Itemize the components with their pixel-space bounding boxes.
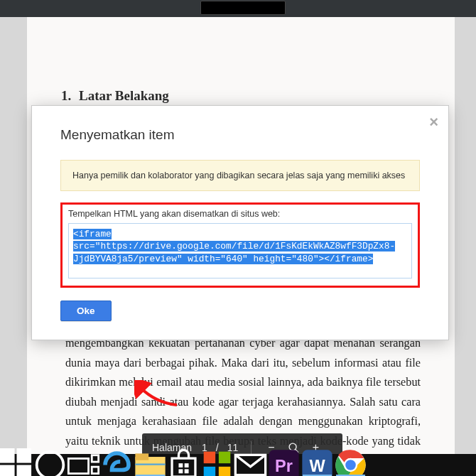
premiere-button[interactable]: Pr (267, 454, 301, 476)
close-button[interactable]: × (429, 113, 438, 131)
viewer-top-bar (0, 0, 476, 17)
word-button[interactable]: W (301, 454, 334, 476)
svg-text:W: W (309, 457, 325, 475)
embed-code-line2: JjdBYVA8ja5/preview" width="640" height=… (73, 254, 373, 264)
svg-rect-18 (185, 469, 189, 473)
cortana-button[interactable] (33, 454, 67, 476)
taskview-button[interactable] (67, 454, 100, 476)
svg-rect-19 (204, 452, 215, 463)
mail-button[interactable] (234, 454, 267, 476)
file-explorer-button[interactable] (134, 454, 167, 476)
edge-button[interactable] (100, 454, 134, 476)
svg-rect-5 (0, 465, 15, 477)
ok-button[interactable]: Oke (60, 301, 112, 321)
svg-rect-8 (68, 458, 88, 473)
start-button[interactable] (0, 454, 33, 476)
chrome-button[interactable] (334, 454, 367, 476)
svg-rect-9 (92, 455, 98, 461)
svg-text:Pr: Pr (275, 457, 293, 475)
heading-1: 1. Latar Belakang (61, 88, 421, 104)
svg-rect-15 (178, 463, 183, 467)
svg-rect-4 (17, 448, 32, 463)
svg-rect-16 (185, 463, 189, 467)
embed-code-line1: <iframe src="https://drive.google.com/fi… (73, 229, 395, 251)
embed-textarea[interactable]: <iframe src="https://drive.google.com/fi… (68, 223, 412, 278)
embed-code[interactable]: <iframe src="https://drive.google.com/fi… (73, 228, 407, 265)
windows-taskbar: Pr W (0, 454, 476, 476)
modal-title: Menyematkan item (60, 127, 420, 143)
svg-rect-22 (219, 467, 230, 476)
svg-rect-6 (17, 465, 32, 477)
embed-highlight-frame: Tempelkan HTML yang akan disematkan di s… (60, 202, 420, 288)
open-with-chip[interactable] (200, 1, 286, 15)
svg-rect-10 (92, 467, 98, 473)
embed-modal: × Menyematkan item Hanya pemilik dan kol… (31, 105, 449, 340)
svg-rect-14 (172, 458, 195, 476)
svg-rect-21 (204, 467, 215, 476)
access-warning: Hanya pemilik dan kolaborator yang dibag… (60, 160, 420, 191)
heading-number: 1. (61, 88, 71, 103)
svg-rect-3 (0, 448, 15, 463)
svg-rect-17 (178, 469, 183, 473)
gift-button[interactable] (200, 454, 234, 476)
heading-text: Latar Belakang (79, 88, 169, 103)
svg-rect-12 (135, 453, 148, 460)
svg-point-7 (37, 452, 64, 476)
embed-label: Tempelkan HTML yang akan disematkan di s… (68, 209, 412, 219)
svg-rect-20 (219, 452, 230, 463)
store-button[interactable] (167, 454, 200, 476)
svg-rect-13 (135, 463, 165, 465)
